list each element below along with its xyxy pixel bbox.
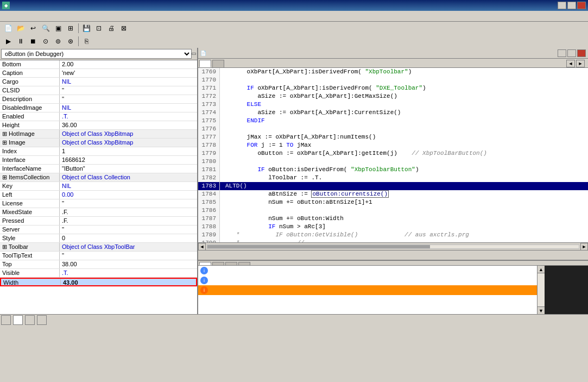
bottom-panel: i i i ▲ ▼ — [198, 260, 588, 314]
content-area: oButton (in Debugger) Bottom 2.00 Captio… — [0, 48, 588, 314]
prop-row-license[interactable]: License '' — [0, 199, 197, 208]
prop-row-image[interactable]: ⊞ Image Object of Class XbpBitmap — [0, 139, 197, 147]
tb-btn6[interactable]: ⊞ — [65, 22, 77, 34]
prop-row-interfacename[interactable]: InterfaceName "IButton" — [0, 165, 197, 173]
new-button[interactable]: 📄 — [2, 22, 14, 34]
tb-btn5[interactable]: ▣ — [52, 22, 64, 34]
prop-row-caption[interactable]: Caption 'new' — [0, 69, 197, 78]
stop-button[interactable]: ⏹ — [27, 35, 39, 47]
menu-view[interactable] — [21, 15, 27, 17]
scroll-track-v[interactable] — [538, 273, 545, 306]
left-panel-close[interactable] — [192, 53, 196, 55]
save-button[interactable]: 💾 — [80, 22, 92, 34]
prop-row-style[interactable]: Style 0 — [0, 234, 197, 243]
app-icon: ◆ — [2, 2, 10, 9]
maximize-button[interactable] — [567, 2, 576, 9]
menu-help[interactable] — [53, 15, 60, 17]
scroll-up-bottom[interactable]: ▲ — [538, 266, 545, 273]
menu-file[interactable] — [1, 15, 8, 17]
tb-btn16[interactable]: ⊛ — [65, 35, 77, 47]
prop-row-desc[interactable]: Description '' — [0, 95, 197, 104]
msg-icon-1: i — [200, 267, 208, 274]
prop-row-enabled[interactable]: Enabled .T. — [0, 112, 197, 121]
prop-row-pressed[interactable]: Pressed .F. — [0, 217, 197, 226]
prop-row-left[interactable]: Left 0.00 — [0, 191, 197, 199]
prop-row-cargo[interactable]: Cargo NIL — [0, 78, 197, 86]
tab-dxe-rbar[interactable] — [199, 60, 211, 67]
prop-row-height[interactable]: Height 36.00 — [0, 121, 197, 130]
code-line-1779: 1779 oButton := oXbPart[A_XbPart]:getIte… — [198, 149, 588, 158]
prop-row-disabledimage[interactable]: DisabledImage NIL — [0, 104, 197, 112]
object-selector[interactable]: oButton (in Debugger) — [1, 49, 192, 59]
close-button[interactable] — [577, 2, 586, 9]
code-line-1773: 1773 ELSE — [198, 101, 588, 109]
menu-edit[interactable] — [8, 15, 14, 17]
menu-project[interactable] — [27, 15, 34, 17]
messages-panel: i i i — [198, 266, 537, 314]
msg-row-3[interactable]: i — [198, 285, 537, 295]
property-table: Bottom 2.00 Caption 'new' Cargo NIL CLSI… — [0, 60, 197, 314]
code-line-1782: 1782 lToolbar := .T. — [198, 174, 588, 182]
code-line-1789: 1789 * IF oButton:GetVisible() // aus ax… — [198, 231, 588, 239]
code-editor[interactable]: 1769 oXbPart[A_XbPart]:isDerivedFrom( "X… — [198, 68, 588, 242]
left-panel: oButton (in Debugger) Bottom 2.00 Captio… — [0, 48, 198, 314]
menu-run[interactable] — [40, 15, 47, 17]
status-tab-callstack[interactable] — [25, 315, 35, 325]
msg-row-2: i — [198, 275, 537, 285]
code-line-1785: 1785 nSum += oButton:aBtnSize[1]+1 — [198, 198, 588, 206]
code-line-1784: 1784 aBtnSize := oButton:currentsize() — [198, 190, 588, 198]
menu-tools[interactable] — [47, 15, 53, 17]
code-line-1780: 1780 — [198, 158, 588, 166]
tb-btn9[interactable]: 🖨 — [105, 22, 117, 34]
menu-search[interactable] — [14, 15, 21, 17]
debug-button[interactable]: ▶ — [2, 35, 14, 47]
nav-back-button[interactable]: ◄ — [566, 60, 575, 67]
prop-row-bottom[interactable]: Bottom 2.00 — [0, 60, 197, 69]
status-tab-threads[interactable] — [13, 315, 23, 325]
tab-command-window[interactable] — [238, 262, 250, 265]
pause-button[interactable]: ⏸ — [15, 35, 27, 47]
undo-button[interactable]: ↩ — [27, 22, 39, 34]
prop-row-tooltiptext[interactable]: ToolTipText '' — [0, 252, 197, 260]
minimize-button[interactable] — [558, 2, 566, 9]
tb-btn17[interactable]: ⎘ — [80, 35, 92, 47]
editor-minimize[interactable] — [558, 49, 566, 57]
tab-messages[interactable] — [199, 262, 211, 265]
prop-row-hotimage[interactable]: ⊞ HotImage Object of Class XbpBitmap — [0, 130, 197, 139]
prop-row-width[interactable]: Width 43.00 — [0, 278, 197, 286]
status-tab-variables[interactable] — [37, 315, 47, 325]
find-button[interactable]: 🔍 — [40, 22, 52, 34]
prop-row-mixedstate[interactable]: MixedState .F. — [0, 208, 197, 217]
code-line-1787: 1787 nSum += oButton:Width — [198, 215, 588, 223]
scroll-down-bottom[interactable]: ▼ — [538, 306, 545, 314]
editor-close[interactable] — [577, 49, 586, 57]
scroll-thumb-h[interactable] — [207, 245, 430, 248]
prop-row-interface[interactable]: Interface 1668612 — [0, 156, 197, 165]
tb-btn14[interactable]: ⊙ — [40, 35, 52, 47]
prop-row-index[interactable]: Index 1 — [0, 147, 197, 156]
scroll-right[interactable]: ► — [580, 243, 588, 251]
prop-row-itemscollection[interactable]: ⊞ ItemsCollection Object of Class Collec… — [0, 173, 197, 182]
prop-row-server[interactable]: Server '' — [0, 226, 197, 234]
tb-btn15[interactable]: ⊚ — [52, 35, 64, 47]
prop-row-clsid[interactable]: CLSID '' — [0, 86, 197, 95]
prop-row-visible[interactable]: Visible .T. — [0, 269, 197, 278]
tab-demorbar[interactable] — [212, 60, 224, 67]
prop-row-toolbar[interactable]: ⊞ Toolbar Object of Class XbpToolBar — [0, 243, 197, 252]
menu-build[interactable] — [34, 15, 40, 17]
prop-row-top[interactable]: Top 38.00 — [0, 260, 197, 269]
tab-runtime-error[interactable] — [225, 262, 237, 265]
prop-row-key[interactable]: Key NIL — [0, 182, 197, 191]
nav-fwd-button[interactable]: ► — [576, 60, 585, 67]
tab-find-results[interactable] — [212, 262, 224, 265]
h-scrollbar[interactable]: ◄ ► — [198, 242, 588, 250]
status-tab-object-inspector[interactable] — [1, 315, 11, 325]
tb-btn8[interactable]: ⊡ — [93, 22, 105, 34]
v-scrollbar-bottom[interactable]: ▲ ▼ — [537, 266, 545, 314]
scroll-left[interactable]: ◄ — [198, 243, 206, 251]
open-button[interactable]: 📂 — [15, 22, 27, 34]
scroll-track-h[interactable] — [207, 245, 579, 249]
tb-btn10[interactable]: ⊠ — [118, 22, 130, 34]
editor-maximize[interactable] — [567, 49, 576, 57]
editor-tab-bar: ◄ ► — [198, 59, 588, 68]
